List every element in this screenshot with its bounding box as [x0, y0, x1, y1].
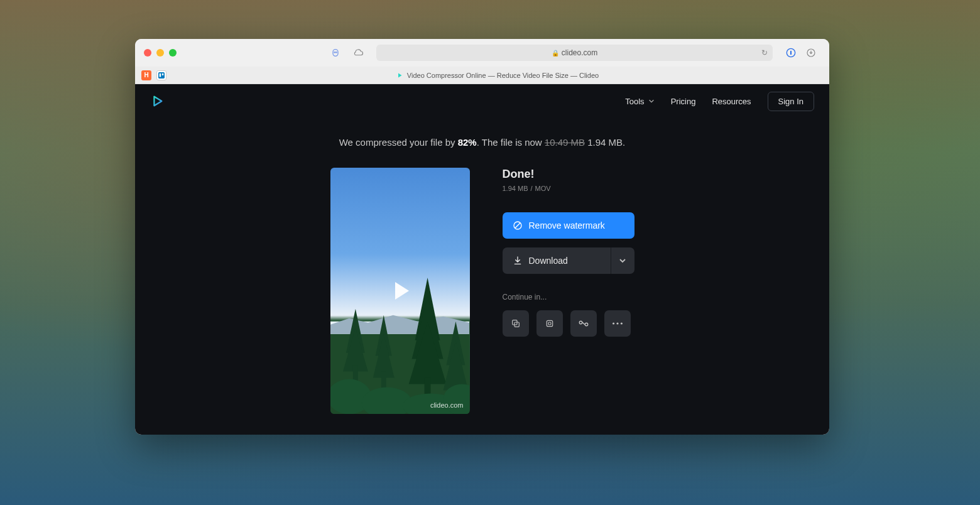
close-window-button[interactable] [144, 49, 151, 57]
clideo-favicon [396, 72, 403, 79]
clideo-logo[interactable] [150, 94, 164, 108]
result-panel: Done! 1.94 MB/MOV Remove watermark Downl… [503, 168, 634, 414]
sign-in-button[interactable]: Sign In [768, 92, 814, 111]
copy-icon [511, 318, 521, 329]
meta-size: 1.94 MB [503, 185, 528, 192]
reload-icon[interactable]: ↻ [761, 48, 768, 57]
continue-crop-button[interactable] [570, 310, 597, 337]
site-nav: Tools Pricing Resources Sign In [625, 92, 814, 111]
favicon-h[interactable]: H [141, 70, 151, 80]
site-header: Tools Pricing Resources Sign In [135, 84, 829, 118]
download-dropdown[interactable] [611, 247, 634, 274]
privacy-icon[interactable] [330, 47, 341, 58]
address-bar[interactable]: 🔒 clideo.com ↻ [376, 45, 773, 61]
nav-resources[interactable]: Resources [712, 97, 751, 106]
video-preview[interactable]: clideo.com [330, 168, 470, 414]
continue-more-button[interactable] [604, 310, 631, 337]
maximize-window-button[interactable] [169, 49, 177, 57]
svg-point-26 [612, 322, 614, 324]
no-symbol-icon [513, 220, 523, 231]
download-icon [513, 256, 523, 266]
more-icon [612, 322, 623, 325]
meta-format: MOV [535, 185, 551, 192]
nav-pricing[interactable]: Pricing [671, 97, 696, 106]
compression-percent: 82% [458, 137, 477, 148]
download-button[interactable]: Download [503, 247, 634, 274]
result-body: clideo.com Done! 1.94 MB/MOV Remove wate… [135, 161, 829, 420]
file-meta: 1.94 MB/MOV [503, 185, 634, 192]
active-tab[interactable]: Video Compressor Online — Reduce Video F… [172, 72, 823, 79]
svg-rect-8 [162, 73, 164, 75]
page-content: Tools Pricing Resources Sign In We compr… [135, 84, 829, 435]
cloud-icon[interactable] [352, 47, 364, 58]
lock-icon: 🔒 [552, 50, 559, 57]
svg-point-28 [620, 322, 622, 324]
continue-resize-button[interactable] [536, 310, 563, 337]
svg-point-24 [579, 321, 582, 324]
crop-icon [578, 320, 589, 327]
address-text: clideo.com [562, 48, 597, 57]
svg-rect-23 [548, 322, 551, 325]
old-file-size: 10.49 MB [545, 137, 585, 148]
svg-rect-7 [160, 73, 161, 77]
frame-icon [545, 318, 555, 329]
tab-title-text: Video Compressor Online — Reduce Video F… [407, 72, 599, 79]
onepassword-icon[interactable] [785, 47, 797, 58]
svg-point-2 [336, 52, 337, 53]
play-button-overlay[interactable] [330, 168, 470, 414]
svg-line-19 [515, 223, 520, 228]
favicon-trello[interactable] [156, 70, 166, 80]
new-file-size: 1.94 MB [587, 137, 623, 148]
chevron-down-icon [648, 98, 655, 104]
nav-tools[interactable]: Tools [625, 97, 654, 106]
tab-strip: H Video Compressor Online — Reduce Video… [135, 67, 829, 84]
svg-rect-6 [158, 72, 165, 79]
svg-point-1 [334, 52, 335, 53]
remove-watermark-button[interactable]: Remove watermark [503, 212, 634, 239]
svg-rect-4 [790, 51, 792, 55]
chevron-down-icon [619, 257, 626, 264]
compression-summary: We compressed your file by 82%. The file… [135, 118, 829, 161]
play-icon [395, 282, 409, 300]
browser-toolbar: 🔒 clideo.com ↻ [135, 39, 829, 67]
continue-label: Continue in... [503, 293, 634, 301]
minimize-window-button[interactable] [156, 49, 164, 57]
svg-rect-22 [547, 320, 552, 326]
continue-actions [503, 310, 634, 337]
continue-copy-button[interactable] [503, 310, 529, 337]
svg-point-27 [616, 322, 618, 324]
watermark-text: clideo.com [430, 401, 464, 409]
downloads-icon[interactable] [805, 47, 817, 58]
svg-point-25 [585, 323, 588, 326]
browser-window: 🔒 clideo.com ↻ H Video Compressor Online… [135, 39, 829, 435]
window-controls [144, 49, 177, 57]
done-heading: Done! [503, 168, 634, 181]
svg-rect-0 [333, 50, 338, 57]
